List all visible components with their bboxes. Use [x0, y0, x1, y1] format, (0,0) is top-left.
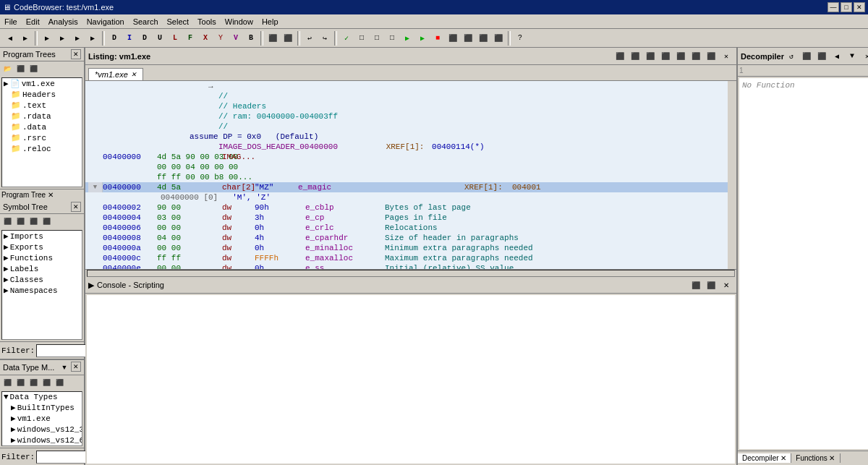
code-line-assume[interactable]: assume DP = 0x0 (Default) [85, 132, 736, 142]
dtm-tree[interactable]: ▼ Data Types ▶ BuiltInTypes ▶ vm1.exe ▶ … [1, 391, 82, 446]
sym-icon3[interactable]: ⬛ [27, 216, 39, 227]
sym-classes[interactable]: ▶ Classes [2, 274, 82, 285]
toolbar-func[interactable]: F [183, 31, 197, 46]
console-content[interactable] [87, 295, 735, 464]
menu-window[interactable]: Window [221, 16, 258, 27]
sym-icon1[interactable]: ⬛ [1, 216, 13, 227]
toolbar-xref[interactable]: X [198, 31, 213, 46]
toolbar-v[interactable]: V [229, 31, 243, 46]
hscrollbar[interactable] [85, 269, 736, 278]
toolbar-dword[interactable]: D [137, 31, 152, 46]
menu-navigation[interactable]: Navigation [82, 16, 129, 27]
sym-labels[interactable]: ▶ Labels [2, 263, 82, 274]
prog-tree-icon3[interactable]: ⬛ [27, 63, 39, 74]
toolbar-xref2[interactable]: Y [213, 31, 228, 46]
listing-tb2[interactable]: ⬛ [628, 49, 642, 64]
prog-tree-icon1[interactable]: 📂 [1, 63, 13, 74]
row-e_cblp[interactable]: 00400002 90 00 dw 90h e_cblp Bytes of la… [85, 202, 736, 213]
tree-item-rdata[interactable]: 📁 .rdata [2, 111, 82, 121]
symbol-tree-close[interactable]: ✕ [71, 202, 81, 212]
sym-exports[interactable]: ▶ Exports [2, 242, 82, 252]
dec-tab-functions[interactable]: Functions ✕ [791, 453, 840, 463]
dtm-winvs12[interactable]: ▶ windows_vs12_32 [2, 424, 82, 435]
toolbar-img2[interactable]: □ [370, 31, 384, 46]
menu-analysis[interactable]: Analysis [44, 16, 82, 27]
toolbar-run[interactable]: ▶ [400, 31, 414, 46]
toolbar-step2[interactable]: ⬛ [461, 31, 475, 46]
tree-item-headers[interactable]: 📁 Headers [2, 89, 82, 100]
toolbar-step4[interactable]: ⬛ [491, 31, 506, 46]
toolbar-import[interactable]: I [122, 31, 137, 46]
dtm-icon3[interactable]: ⬛ [27, 377, 39, 388]
dtm-builtins[interactable]: ▶ BuiltInTypes [2, 402, 82, 413]
code-line-comment4[interactable]: // [85, 121, 736, 132]
toolbar-btn2[interactable]: ▶ [55, 31, 69, 46]
toolbar-run2[interactable]: ▶ [415, 31, 430, 46]
maximize-button[interactable]: □ [841, 2, 852, 12]
listing-tb1[interactable]: ⬛ [613, 49, 627, 64]
menu-select[interactable]: Select [163, 16, 194, 27]
dtm-winvs12-64[interactable]: ▶ windows_vs12_64 [2, 435, 82, 445]
listing-tb7[interactable]: ⬛ [704, 49, 718, 64]
tree-item-text[interactable]: 📁 .text [2, 100, 82, 111]
console-close[interactable]: ✕ [719, 278, 733, 292]
toolbar-btn4[interactable]: ▶ [85, 31, 100, 46]
console-tb2[interactable]: ⬛ [704, 278, 718, 292]
toolbar-undef[interactable]: U [153, 31, 167, 46]
code-line-comment2[interactable]: // Headers [85, 101, 736, 111]
toolbar-redo[interactable]: ↪ [318, 31, 332, 46]
code-line-magic-sub[interactable]: 00400000 [0] 'M', 'Z' [85, 192, 736, 202]
tree-root-item[interactable]: ▶ 📄 vm1.exe [2, 78, 82, 89]
row-e_maxalloc[interactable]: 0040000c ff ff dw FFFFh e_maxalloc Maxim… [85, 253, 736, 263]
row-e_crlc[interactable]: 00400006 00 00 dw 0h e_crlc Relocations [85, 223, 736, 233]
sym-functions[interactable]: ▶ Functions [2, 252, 82, 263]
dec-tab-decompiler[interactable]: Decompiler ✕ [738, 453, 791, 463]
toolbar-step3[interactable]: ⬛ [476, 31, 490, 46]
dec-tb3[interactable]: ⬛ [814, 49, 829, 64]
program-tree-tab[interactable]: Program Tree ✕ [1, 191, 54, 199]
toolbar-label[interactable]: L [168, 31, 182, 46]
toolbar-patch1[interactable]: ⬛ [265, 31, 280, 46]
sym-namespaces[interactable]: ▶ Namespaces [2, 285, 82, 296]
close-button[interactable]: ✕ [854, 2, 865, 12]
dec-tb2[interactable]: ⬛ [799, 49, 814, 64]
dtm-icon2[interactable]: ⬛ [14, 377, 26, 388]
toolbar-disasm[interactable]: D [107, 31, 122, 46]
tab-close[interactable]: ✕ [131, 71, 137, 78]
dtm-icon1[interactable]: ⬛ [1, 377, 13, 388]
decompiler-content[interactable]: No Function [739, 78, 868, 449]
prog-tree-icon2[interactable]: ⬛ [14, 63, 26, 74]
dtm-vm1exe[interactable]: ▶ vm1.exe [2, 413, 82, 424]
row-e_minalloc[interactable]: 0040000a 00 00 dw 0h e_minalloc Minimum … [85, 243, 736, 253]
row-e_ss[interactable]: 0040000e 00 00 dw 0h e_ss Initial (relat… [85, 263, 736, 269]
minimize-button[interactable]: — [827, 2, 839, 12]
dtm-datatypes[interactable]: ▼ Data Types [2, 392, 82, 402]
toolbar-brk[interactable]: ■ [430, 31, 445, 46]
program-trees-close[interactable]: ✕ [71, 49, 81, 59]
dec-tb1[interactable]: ↺ [784, 49, 799, 64]
listing-tb6[interactable]: ⬛ [689, 49, 703, 64]
toolbar-patch2[interactable]: ⬛ [281, 31, 295, 46]
toolbar-img1[interactable]: □ [354, 31, 369, 46]
dtm-icon4[interactable]: ⬛ [41, 377, 52, 388]
menu-help[interactable]: Help [258, 16, 283, 27]
dec-close[interactable]: ✕ [860, 49, 868, 64]
toolbar-b[interactable]: B [244, 31, 258, 46]
dec-tb5[interactable]: ▼ [845, 49, 859, 64]
toolbar-back[interactable]: ◀ [3, 31, 17, 46]
sym-icon4[interactable]: ⬛ [41, 216, 52, 227]
toolbar-step[interactable]: ⬛ [446, 31, 460, 46]
code-line-header-label[interactable]: IMAGE_DOS_HEADER_00400000 XREF[1]: 00400… [85, 142, 736, 152]
listing-tb4[interactable]: ⬛ [658, 49, 673, 64]
menu-edit[interactable]: Edit [22, 16, 44, 27]
sym-imports[interactable]: ▶ Imports [2, 231, 82, 242]
code-area[interactable]: → // // Headers // ram: 00400000-004003f… [85, 81, 736, 269]
program-tree-panel[interactable]: ▶ 📄 vm1.exe 📁 Headers 📁 .text 📁 .rdata 📁… [1, 77, 82, 187]
dtm-icon5[interactable]: ⬛ [54, 377, 65, 388]
menu-search[interactable]: Search [129, 16, 163, 27]
dtm-expand[interactable]: ▼ [59, 362, 70, 373]
menu-tools[interactable]: Tools [193, 16, 221, 27]
symbol-tree-panel[interactable]: ▶ Imports ▶ Exports ▶ Functions ▶ Labels… [1, 230, 82, 340]
sym-icon2[interactable]: ⬛ [14, 216, 26, 227]
hscrollbar-track[interactable] [87, 270, 735, 277]
